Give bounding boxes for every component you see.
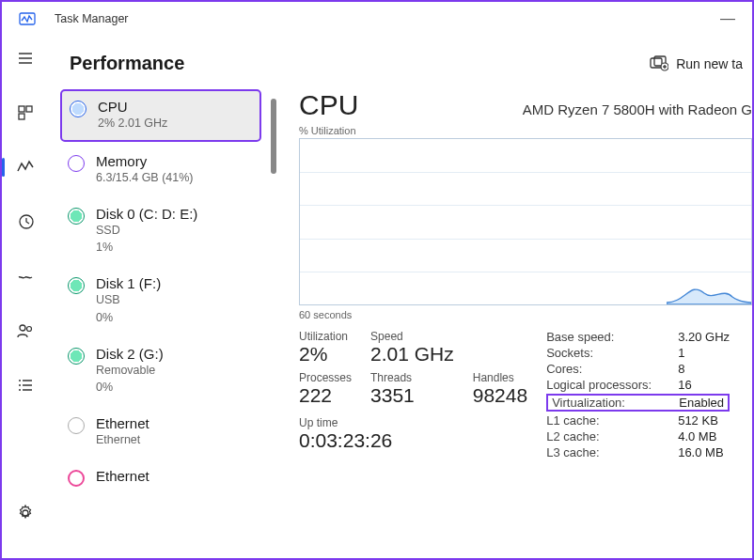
stat-uptime-label: Up time (299, 416, 527, 429)
cpu-model: AMD Ryzen 7 5800H with Radeon G (375, 101, 752, 117)
svg-point-8 (20, 325, 25, 331)
info-value: 16 (678, 378, 730, 392)
perf-item-name: Disk 2 (G:) (96, 346, 164, 362)
perf-item-sub: 2% 2.01 GHz (98, 115, 167, 132)
info-value: 3.20 GHz (678, 330, 730, 344)
cpu-bullet-icon (70, 101, 86, 117)
info-value: 4.0 MB (678, 429, 730, 443)
svg-rect-5 (26, 106, 32, 112)
info-value: 16.0 MB (678, 445, 730, 459)
disk-bullet-icon (68, 277, 85, 294)
stat-processes-label: Processes (299, 371, 352, 384)
nav-processes[interactable] (7, 94, 44, 132)
eth0-bullet-icon (68, 417, 85, 434)
perf-item-name: Disk 1 (F:) (96, 275, 161, 291)
minimize-button[interactable]: — (711, 10, 745, 27)
nav-details[interactable] (7, 366, 44, 404)
stat-speed-label: Speed (370, 330, 454, 343)
perf-item-memory[interactable]: Memory6.3/15.4 GB (41%) (60, 146, 261, 194)
perf-item-sub: 0% (96, 309, 161, 327)
nav-users[interactable] (7, 312, 44, 350)
info-key: L3 cache: (546, 445, 670, 459)
perf-item-name: Ethernet (96, 415, 149, 431)
app-icon (17, 8, 38, 29)
perf-item-sub: 6.3/15.4 GB (41%) (96, 169, 194, 187)
perf-item-disk-1-f-[interactable]: Disk 1 (F:)USB0% (60, 268, 261, 334)
svg-point-9 (27, 327, 32, 332)
perf-item-sub: Removable (96, 362, 164, 380)
perf-item-disk-0-c-d-e-[interactable]: Disk 0 (C: D: E:)SSD1% (60, 198, 261, 265)
cpu-wave-icon (667, 276, 751, 304)
titlebar: Task Manager — (2, 2, 752, 36)
stat-handles-value: 98248 (473, 384, 527, 407)
info-key: Cores: (546, 362, 670, 376)
performance-main: CPU AMD Ryzen 7 5800H with Radeon G % Ut… (282, 89, 752, 558)
eth1-bullet-icon (68, 470, 85, 487)
info-value: Enabled (679, 396, 724, 410)
virtualization-row: Virtualization:Enabled (546, 394, 730, 412)
perf-item-name: Ethernet (96, 468, 149, 484)
sidepanel-scrollbar[interactable] (271, 99, 276, 174)
info-key: Base speed: (546, 330, 670, 344)
perf-item-name: Disk 0 (C: D: E:) (96, 206, 197, 222)
disk-bullet-icon (68, 208, 85, 225)
nav-app-history[interactable] (7, 203, 44, 241)
info-value: 512 KB (678, 413, 730, 428)
stat-handles-label: Handles (473, 371, 527, 384)
nav-rail (2, 36, 49, 558)
chart-bottom-label: 60 seconds (299, 309, 752, 320)
info-key: Virtualization: (552, 396, 644, 410)
nav-settings[interactable] (7, 494, 44, 532)
perf-item-disk-2-g-[interactable]: Disk 2 (G:)Removable0% (60, 338, 261, 405)
cpu-utilization-chart (299, 138, 752, 305)
svg-rect-6 (19, 114, 24, 119)
performance-sidepanel: CPU2% 2.01 GHzMemory6.3/15.4 GB (41%)Dis… (49, 89, 265, 558)
nav-performance[interactable] (7, 148, 44, 186)
info-key: Logical processors: (546, 378, 670, 392)
perf-item-sub: 1% (96, 239, 197, 257)
info-key: Sockets: (546, 346, 670, 360)
info-value: 1 (678, 346, 730, 360)
perf-item-cpu[interactable]: CPU2% 2.01 GHz (60, 89, 261, 142)
page-title: Performance (70, 53, 184, 74)
stat-speed-value: 2.01 GHz (370, 343, 454, 366)
perf-item-name: Memory (96, 153, 194, 169)
perf-item-sub: SSD (96, 222, 197, 240)
info-value: 8 (678, 362, 730, 376)
stat-threads-label: Threads (370, 371, 454, 384)
stat-utilization-value: 2% (299, 343, 352, 366)
run-new-task-label: Run new ta (676, 56, 743, 71)
nav-startup[interactable] (7, 257, 44, 295)
perf-item-ethernet[interactable]: Ethernet (60, 460, 261, 494)
stat-processes-value: 222 (299, 384, 352, 407)
window-title: Task Manager (55, 12, 129, 25)
info-key: L1 cache: (546, 413, 670, 428)
svg-rect-4 (19, 106, 24, 112)
perf-item-sub: 0% (96, 379, 164, 397)
perf-item-ethernet[interactable]: EthernetEthernet (60, 408, 261, 457)
cpu-info-table: Base speed:3.20 GHzSockets:1Cores:8Logic… (546, 330, 730, 459)
page-header: Performance Run new ta (49, 36, 752, 89)
mem-bullet-icon (68, 155, 85, 172)
svg-point-16 (23, 510, 28, 516)
perf-item-sub: USB (96, 291, 161, 309)
perf-item-name: CPU (98, 99, 167, 115)
menu-button[interactable] (7, 39, 44, 77)
cpu-heading: CPU (299, 89, 358, 121)
disk-bullet-icon (68, 348, 85, 365)
run-new-task-button[interactable]: Run new ta (650, 55, 743, 72)
chart-top-label: % Utilization (299, 125, 752, 136)
stat-uptime-value: 0:03:23:26 (299, 429, 527, 452)
stat-utilization-label: Utilization (299, 330, 352, 343)
info-key: L2 cache: (546, 429, 670, 443)
run-task-icon (650, 55, 668, 72)
stat-threads-value: 3351 (370, 384, 454, 407)
perf-item-sub: Ethernet (96, 431, 149, 449)
